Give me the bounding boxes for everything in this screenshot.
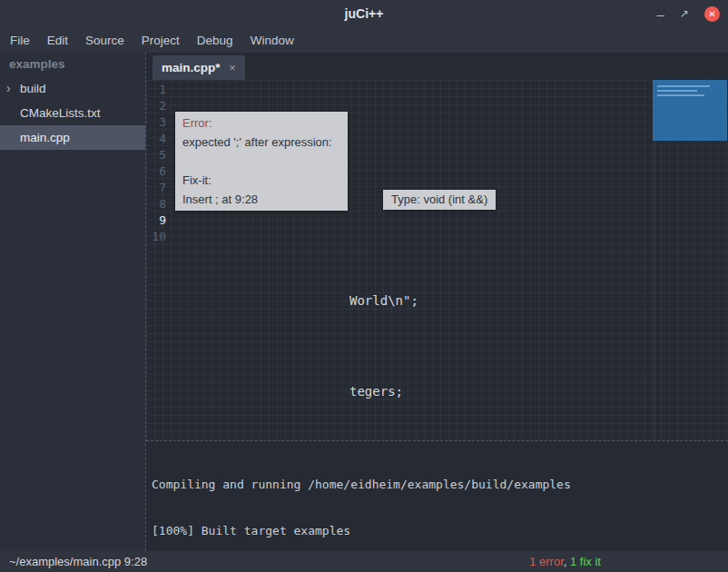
overview-line [657, 94, 704, 96]
menu-item-source[interactable]: Source [85, 34, 124, 47]
code-line[interactable]: tegers; [171, 383, 728, 399]
code-line[interactable] [171, 338, 728, 354]
code-line[interactable] [171, 247, 728, 263]
menu-item-window[interactable]: Window [251, 34, 294, 47]
project-header: examples [0, 53, 145, 76]
fixit-text: Insert ; at 9:28 [182, 190, 340, 209]
tab-maincpp[interactable]: main.cpp* × [152, 55, 245, 80]
chevron-right-icon: › [6, 76, 11, 101]
menu-item-file[interactable]: File [10, 34, 30, 47]
sidebar: examples › build CMakeLists.txt main.cpp [0, 53, 145, 551]
gutter: 1 2 3 4 5 6 7 8 9 10 [146, 82, 171, 245]
error-tooltip: Error: expected ';' after expression: Fi… [175, 112, 348, 211]
tree-item-label: CMakeLists.txt [20, 106, 101, 120]
type-tooltip-text: Type: void (int &&) [391, 192, 487, 206]
line-number: 2 [146, 98, 171, 114]
line-number: 5 [146, 147, 171, 163]
tree-item-cmakelists[interactable]: CMakeLists.txt [0, 101, 145, 125]
window-controls: – ↗ ✕ [657, 0, 720, 27]
tabbar: main.cpp* × [146, 53, 728, 80]
editor-pane: main.cpp* × 1 2 3 4 5 6 7 8 9 10 #includ… [145, 53, 728, 551]
status-fixit-count: 1 fix it [570, 555, 601, 568]
output-terminal[interactable]: Compiling and running /home/eidheim/exam… [146, 440, 728, 551]
fixit-label: Fix-it: [182, 171, 340, 190]
menubar: File Edit Source Project Debug Window [0, 27, 728, 53]
restore-icon[interactable]: ↗ [680, 8, 689, 19]
line-number: 1 [146, 82, 171, 98]
string-fragment: World\n"; [349, 293, 418, 308]
overview-line [657, 90, 697, 92]
tab-label: main.cpp* [162, 61, 221, 74]
tree-item-label: build [20, 82, 46, 95]
tree-item-build[interactable]: › build [0, 76, 145, 101]
error-tooltip-title: Error: [182, 113, 340, 133]
line-number: 4 [146, 131, 171, 147]
type-tooltip: Type: void (int &&) [383, 190, 496, 210]
code-fragment: tegers; [349, 384, 403, 399]
status-separator: , [564, 555, 570, 568]
menu-item-edit[interactable]: Edit [47, 34, 68, 47]
terminal-line: Compiling and running /home/eidheim/exam… [152, 477, 723, 492]
close-icon[interactable]: ✕ [704, 6, 720, 22]
titlebar: juCi++ – ↗ ✕ [0, 0, 728, 27]
menu-item-project[interactable]: Project [142, 34, 180, 47]
tab-close-icon[interactable]: × [230, 62, 236, 74]
line-number-current: 9 [146, 212, 171, 229]
menu-item-debug[interactable]: Debug [197, 34, 233, 47]
error-tooltip-message: expected ';' after expression: [182, 133, 340, 152]
code-line[interactable] [171, 429, 728, 440]
overview-line [657, 85, 710, 87]
window-title: juCi++ [0, 0, 728, 27]
editor[interactable]: 1 2 3 4 5 6 7 8 9 10 #include <iostream>… [146, 80, 728, 440]
line-number: 6 [146, 163, 171, 180]
minimize-icon[interactable]: – [657, 7, 664, 21]
status-error-count: 1 error [529, 555, 564, 568]
status-diagnostics: 1 error, 1 fix it [529, 555, 601, 568]
terminal-line: [100%] Built target examples [152, 523, 723, 538]
overview-map[interactable] [653, 80, 727, 141]
tree-item-maincpp[interactable]: main.cpp [0, 125, 145, 150]
line-number: 10 [146, 229, 171, 245]
tree-item-label: main.cpp [20, 131, 70, 144]
statusbar: ~/examples/main.cpp 9:28 1 error, 1 fix … [0, 551, 728, 572]
line-number: 3 [146, 114, 171, 131]
line-number: 8 [146, 196, 171, 212]
code-line[interactable]: World\n"; [171, 292, 728, 309]
status-file-position: ~/examples/main.cpp 9:28 [9, 555, 147, 568]
line-number: 7 [146, 180, 171, 196]
